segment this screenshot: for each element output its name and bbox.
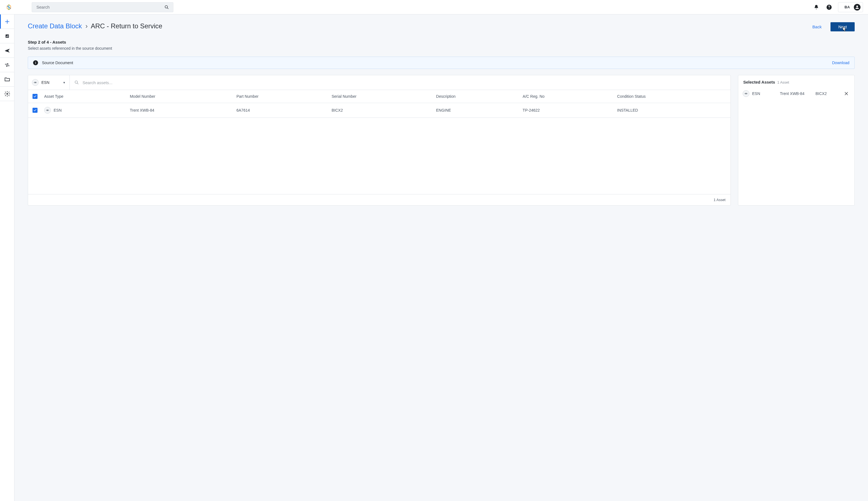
selected-assets-title: Selected Assets [743, 80, 775, 84]
global-search[interactable] [32, 2, 173, 12]
topbar-actions: BA [813, 2, 863, 12]
svg-point-0 [165, 6, 168, 8]
asset-type-value: ESN [41, 80, 50, 85]
selected-assets-count: 1 Asset [777, 80, 790, 84]
page-header: Create Data Block › ARC - Return to Serv… [28, 22, 855, 31]
cell-ac-reg: TP-24622 [519, 103, 614, 118]
nav-documents[interactable] [0, 72, 14, 87]
col-description: Description [433, 90, 520, 103]
svg-line-15 [77, 83, 78, 84]
svg-point-13 [35, 82, 36, 83]
cell-asset-type: ESN [54, 108, 62, 113]
close-icon [844, 91, 849, 96]
col-condition: Condition Status [614, 90, 730, 103]
step-subtitle: Select assets referenced in the source d… [28, 46, 855, 51]
breadcrumb: Create Data Block › ARC - Return to Serv… [28, 22, 162, 30]
svg-point-3 [829, 8, 829, 9]
avatar-icon [854, 4, 860, 11]
select-all-checkbox[interactable] [32, 94, 38, 99]
cell-part-number: 6A7614 [233, 103, 328, 118]
table-row[interactable]: ESN Trent XWB-84 6A7614 BICX2 ENGINE TP-… [28, 103, 730, 118]
gear-icon [4, 91, 10, 97]
selected-asset-row: ESN Trent XWB-84 BICX2 [738, 87, 854, 100]
chart-icon [5, 34, 10, 39]
breadcrumb-separator: › [84, 22, 89, 30]
cell-description: ENGINE [433, 103, 520, 118]
user-menu[interactable]: BA [838, 2, 863, 12]
col-asset-type: Asset Type [41, 90, 126, 103]
check-icon [33, 109, 37, 112]
svg-point-19 [745, 93, 747, 94]
nav-analytics[interactable] [0, 29, 14, 43]
engine-badge-icon [32, 79, 39, 86]
swap-icon [4, 62, 10, 68]
engine-badge-icon [44, 107, 51, 114]
nav-create[interactable] [0, 14, 14, 29]
row-checkbox[interactable] [32, 108, 38, 113]
brand-logo [3, 2, 14, 13]
search-input[interactable] [36, 4, 162, 10]
source-document-banner: i Source Document Download [28, 57, 855, 69]
engine-badge-icon [743, 90, 749, 97]
check-icon [33, 95, 37, 98]
breadcrumb-root[interactable]: Create Data Block [28, 22, 82, 30]
svg-point-4 [856, 6, 858, 7]
svg-point-17 [47, 110, 48, 110]
info-icon: i [33, 60, 38, 65]
col-part-number: Part Number [233, 90, 328, 103]
nav-fleet[interactable] [0, 43, 14, 58]
asset-type-select[interactable]: ESN ▼ [28, 75, 70, 90]
cell-condition: INSTALLED [614, 103, 730, 118]
notifications-icon[interactable] [813, 3, 820, 11]
caret-down-icon: ▼ [63, 81, 66, 84]
page-actions: Back Next [811, 22, 855, 31]
banner-label: Source Document [42, 61, 73, 65]
selected-assets-title-row: Selected Assets 1 Asset [738, 75, 854, 87]
content-row: ESN ▼ [28, 75, 855, 205]
user-initials: BA [844, 5, 850, 9]
svg-rect-8 [6, 36, 7, 37]
main-content: Create Data Block › ARC - Return to Serv… [14, 14, 868, 501]
asset-search-input[interactable] [82, 80, 726, 85]
help-icon[interactable] [825, 3, 833, 11]
assets-table: Asset Type Model Number Part Number Seri… [28, 90, 730, 118]
assets-panel-toolbar: ESN ▼ [28, 75, 730, 90]
asset-search[interactable] [70, 75, 730, 90]
back-button[interactable]: Back [811, 22, 823, 31]
svg-point-11 [7, 93, 8, 95]
col-ac-reg-no: A/C Reg. No [519, 90, 614, 103]
nav-transfers[interactable] [0, 58, 14, 72]
assets-panel: ESN ▼ [28, 75, 731, 205]
selected-assets-panel: Selected Assets 1 Asset ESN Trent XWB-84… [738, 75, 855, 205]
selected-asset-serial: BICX2 [815, 92, 838, 96]
next-button[interactable]: Next [830, 22, 855, 31]
cell-model-number: Trent XWB-84 [126, 103, 233, 118]
remove-selected-button[interactable] [843, 90, 850, 97]
nav-settings[interactable] [0, 87, 14, 101]
search-icon[interactable] [162, 3, 171, 11]
svg-rect-9 [7, 35, 8, 37]
download-link[interactable]: Download [832, 61, 849, 65]
breadcrumb-current: ARC - Return to Service [91, 22, 162, 30]
assets-footer: 1 Asset [28, 194, 730, 205]
svg-point-14 [75, 81, 77, 83]
selected-asset-type: ESN [752, 92, 760, 96]
step-title: Step 2 of 4 - Assets [28, 40, 855, 44]
layout: Create Data Block › ARC - Return to Serv… [0, 14, 868, 501]
cell-serial-number: BICX2 [328, 103, 433, 118]
svg-rect-10 [8, 35, 8, 37]
col-serial-number: Serial Number [328, 90, 433, 103]
sidenav [0, 14, 14, 501]
airplane-icon [4, 47, 10, 54]
folder-icon [4, 76, 10, 83]
search-icon [74, 80, 79, 85]
logo-icon [6, 4, 12, 10]
svg-line-1 [167, 8, 168, 9]
plus-icon [4, 19, 10, 25]
col-model-number: Model Number [126, 90, 233, 103]
topbar: BA [0, 0, 868, 14]
selected-asset-model: Trent XWB-84 [780, 92, 811, 96]
